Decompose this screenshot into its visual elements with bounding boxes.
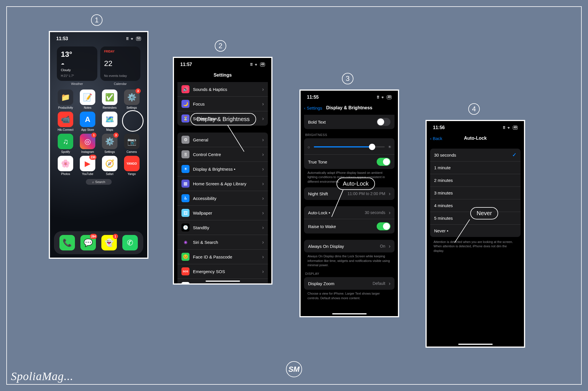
home-indicator[interactable] — [206, 281, 240, 282]
dock-app[interactable]: ✆ — [122, 235, 138, 250]
settings-row-home-screen-app-library[interactable]: ▦Home Screen & App Library› — [177, 176, 268, 191]
back-button[interactable]: ‹ Settings — [304, 106, 322, 110]
cal-day: 22 — [104, 59, 137, 68]
brand-text: SpoliaMag... — [11, 369, 74, 383]
cell-icon: ⠿ — [250, 63, 253, 67]
navbar: Settings — [174, 69, 271, 81]
app-settings[interactable]: ⚙️3Settings — [122, 90, 141, 109]
settings-row-siri-search[interactable]: ◉Siri & Search› — [177, 235, 268, 249]
row-brightness-slider[interactable]: ☼ ☀ — [304, 138, 394, 154]
page-title: Display & Brightness — [326, 105, 372, 110]
settings-row-focus[interactable]: 🌙Focus› — [177, 96, 268, 111]
settings-row-accessibility[interactable]: ♿︎Accessibility› — [177, 191, 268, 205]
settings-row-wallpaper[interactable]: 🖼Wallpaper› — [177, 205, 268, 220]
dock: 📞💬284👻1✆ — [54, 231, 143, 254]
dock-app[interactable]: 📞 — [59, 235, 75, 250]
search-icon: ⌕ — [92, 180, 94, 184]
weather-label: Weather — [57, 82, 97, 85]
app-maps[interactable]: 🗺️Maps — [100, 112, 119, 131]
section-display: DISPLAY — [301, 268, 398, 277]
app-camera[interactable]: 📷Camera — [122, 134, 141, 153]
page-title: Auto-Lock — [464, 136, 487, 141]
statusbar: 11:53 ⠿ ᯤ 50 — [50, 32, 147, 44]
app-notes[interactable]: 📝Notes — [78, 90, 97, 109]
phone-3-frame: 11:55 ⠿ᯤ49 ‹ Settings Display & Brightne… — [299, 90, 399, 317]
autolock-option[interactable]: Never • — [430, 224, 521, 237]
autolock-option[interactable]: 3 minutes — [430, 186, 521, 199]
clock: 11:56 — [433, 125, 445, 130]
settings-row-standby[interactable]: 🕓StandBy› — [177, 220, 268, 235]
settings-row-sounds-haptics[interactable]: 🔊Sounds & Haptics› — [177, 82, 268, 96]
back-button[interactable]: ‹ Back — [430, 136, 442, 141]
weather-cond: Cloudy — [61, 68, 93, 72]
row-display-zoom[interactable]: Display Zoom Default› — [304, 277, 394, 290]
weather-hl: H:21° L:7° — [61, 74, 93, 77]
toggle-raise[interactable] — [377, 222, 390, 230]
phone-2: 11:57 ⠿ ᯤ 49 Settings 🔊Sounds & Haptics›… — [174, 58, 271, 283]
app-hik-connect[interactable]: 📹Hik-Connect — [56, 112, 75, 131]
phone-2-frame: 11:57 ⠿ ᯤ 49 Settings 🔊Sounds & Haptics›… — [173, 57, 272, 285]
step-badge-1: 1 — [91, 14, 102, 26]
home-indicator[interactable] — [332, 313, 367, 314]
app-productivity[interactable]: 📁Productivity — [56, 90, 75, 109]
cal-day-word: FRIDAY — [104, 50, 137, 53]
autolock-footer: Attention is detected when you are looki… — [427, 237, 524, 254]
dock-app[interactable]: 👻1 — [101, 235, 117, 250]
phone-1-frame: 11:53 ⠿ ᯤ 50 13° ☁ Cloudy H:21° L:7° Wea… — [49, 31, 148, 259]
row-raise-to-wake[interactable]: Raise to Wake — [304, 219, 394, 234]
step-badge-2: 2 — [215, 40, 226, 52]
app-safari[interactable]: 🧭Safari — [100, 156, 119, 176]
autolock-option[interactable]: 1 minute — [430, 161, 521, 174]
app-photos[interactable]: 🌸Photos — [56, 156, 75, 176]
battery-icon: 50 — [136, 37, 141, 41]
settings-row-emergency-sos[interactable]: SOSEmergency SOS› — [177, 264, 268, 279]
row-bold-text[interactable]: Bold Text — [304, 115, 394, 129]
phone-3: 11:55 ⠿ᯤ49 ‹ Settings Display & Brightne… — [301, 91, 398, 316]
settings-row-general[interactable]: ⚙︎General› — [177, 133, 268, 147]
status-icons: ⠿ ᯤ 49 — [250, 63, 265, 67]
row-true-tone[interactable]: True Tone — [304, 154, 394, 169]
aod-note: Always On Display dims the Lock Screen w… — [301, 252, 398, 268]
statusbar: 11:55 ⠿ᯤ49 — [301, 91, 398, 102]
app-app-store[interactable]: AApp Store — [78, 112, 97, 131]
wifi-icon: ᯤ — [131, 37, 134, 41]
cal-note: No events today — [104, 74, 137, 77]
status-icons: ⠿ᯤ49 — [377, 95, 392, 100]
step-badge-3: 3 — [342, 73, 353, 84]
app-settings[interactable]: ⚙️3Settings — [100, 134, 119, 153]
clock: 11:57 — [180, 62, 192, 67]
sun-low-icon: ☼ — [307, 145, 311, 149]
dock-app[interactable]: 💬284 — [80, 235, 96, 250]
app-instagram[interactable]: ◎1Instagram — [78, 134, 97, 153]
autolock-option[interactable]: 2 minutes — [430, 174, 521, 186]
statusbar: 11:56 ⠿ᯤ49 — [427, 121, 524, 133]
cell-icon: ⠿ — [126, 37, 129, 41]
toggle-true-tone[interactable] — [377, 158, 390, 166]
home-indicator[interactable] — [458, 344, 493, 345]
zoom-note: Choose a view for iPhone. Larger Text sh… — [301, 290, 398, 301]
settings-row-face-id-passcode[interactable]: 😊Face ID & Passcode› — [177, 249, 268, 264]
row-auto-lock[interactable]: Auto-Lock • 30 seconds› — [304, 206, 394, 219]
phone-4-frame: 11:56 ⠿ᯤ49 ‹ Back Auto-Lock 30 seconds✓1… — [425, 120, 525, 348]
weather-widget[interactable]: 13° ☁ Cloudy H:21° L:7° — [57, 46, 97, 81]
settings-row-control-centre[interactable]: 🎚Control Centre› — [177, 147, 268, 162]
search-pill[interactable]: ⌕ Search — [86, 179, 112, 185]
app-spotify[interactable]: ♫Spotify — [56, 134, 75, 153]
app-reminders[interactable]: ✅Reminders — [100, 90, 119, 109]
row-aod[interactable]: Always On Display On› — [304, 240, 394, 252]
navbar: ‹ Back Auto-Lock — [427, 133, 524, 144]
settings-row-display-brightness[interactable]: ☀Display & Brightness •› — [177, 162, 268, 176]
brightness-slider[interactable]: ☼ ☀ — [314, 143, 385, 150]
wifi-icon: ᯤ — [255, 63, 258, 67]
section-brightness: BRIGHTNESS — [301, 129, 398, 138]
app-youtube[interactable]: ▶230YouTube — [78, 156, 97, 176]
statusbar: 11:57 ⠿ ᯤ 49 — [174, 58, 271, 69]
phone-1: 11:53 ⠿ ᯤ 50 13° ☁ Cloudy H:21° L:7° Wea… — [50, 32, 147, 258]
calendar-widget[interactable]: FRIDAY 22 No events today — [100, 46, 141, 81]
autolock-option[interactable]: 30 seconds✓ — [430, 149, 521, 161]
toggle-bold[interactable] — [377, 118, 390, 126]
app-yango[interactable]: YANGOYango — [122, 156, 141, 176]
clock: 11:53 — [56, 36, 68, 41]
callout-never: Never — [470, 207, 498, 219]
clock: 11:55 — [307, 95, 319, 100]
